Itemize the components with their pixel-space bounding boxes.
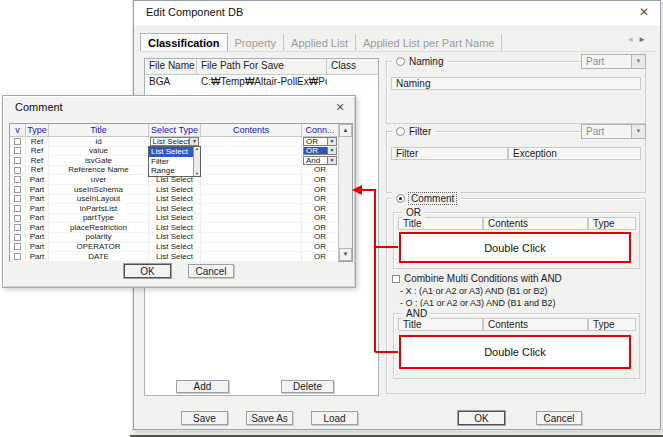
filter-scope-combo[interactable]: Part ▼ — [581, 124, 646, 139]
and-col-title[interactable]: Title — [398, 318, 483, 331]
or-col-type[interactable]: Type — [588, 217, 636, 230]
col-select-type[interactable]: Select Type — [149, 124, 201, 137]
save-button[interactable]: Save — [181, 411, 228, 425]
cancel-button[interactable]: Cancel — [536, 411, 582, 425]
dropdown-scroll-down-icon[interactable]: ▼ — [194, 172, 200, 176]
and-double-click-area[interactable]: Double Click — [399, 335, 631, 369]
naming-list-header[interactable]: Naming — [391, 77, 641, 90]
filter-list-header[interactable]: Filter — [391, 147, 508, 160]
or-double-click-area[interactable]: Double Click — [399, 232, 631, 263]
chevron-down-icon[interactable]: ▼ — [327, 157, 336, 164]
tab-scroll-left-icon[interactable]: ◄ — [626, 35, 638, 44]
tab-scroll-buttons: ◄► — [626, 35, 650, 44]
conn-combo[interactable]: OR▼ — [303, 137, 337, 146]
row-checkbox[interactable] — [14, 186, 21, 193]
row-checkbox[interactable] — [14, 138, 21, 145]
tab-applied-list-per-part-name[interactable]: Applied List per Part Name — [356, 34, 502, 51]
tab-applied-list[interactable]: Applied List — [284, 34, 356, 51]
file-table-row[interactable]: BGA C:₩Temp₩Altair-PollEx₩PollExDFM' — [145, 75, 378, 88]
chevron-down-icon[interactable]: ▼ — [631, 55, 645, 68]
dropdown-scrollbar[interactable]: ▲▼ — [193, 147, 200, 176]
tab-scroll-right-icon[interactable]: ► — [638, 35, 650, 44]
filter-radio[interactable] — [396, 127, 405, 136]
comment-cancel-button[interactable]: Cancel — [188, 264, 234, 278]
select-type-combo[interactable]: List Select▼ — [150, 137, 200, 146]
comment-radio[interactable] — [396, 194, 405, 203]
exception-list-header[interactable]: Exception — [508, 147, 641, 160]
row-conn-cell: OR — [302, 204, 338, 214]
comment-table-row[interactable]: PartDATEList SelectOR — [10, 252, 352, 262]
conn-combo[interactable]: OR▼ — [303, 147, 337, 156]
vertical-scrollbar[interactable]: ▲ ▼ — [338, 124, 352, 261]
row-checkbox[interactable] — [14, 234, 21, 241]
row-checkbox[interactable] — [14, 224, 21, 231]
scroll-up-icon[interactable]: ▲ — [339, 124, 352, 137]
row-checkbox[interactable] — [14, 205, 21, 212]
comment-ok-button[interactable]: OK — [124, 264, 171, 278]
comment-table-row[interactable]: PartuseInLayoutList SelectOR — [10, 195, 352, 205]
row-conn-cell: OR — [302, 185, 338, 195]
comment-table-row[interactable]: PartOPERATORList SelectOR — [10, 243, 352, 253]
row-checkbox[interactable] — [14, 195, 21, 202]
tab-strip: ClassificationPropertyApplied ListApplie… — [140, 31, 610, 51]
row-title-cell: useInSchema — [49, 185, 149, 195]
save-as-button[interactable]: Save As — [246, 411, 293, 425]
comment-table-row[interactable]: PartuseInSchemaList SelectOR — [10, 185, 352, 195]
dropdown-option[interactable]: Range — [149, 166, 193, 176]
combine-checkbox[interactable] — [392, 275, 400, 283]
row-title-cell: value — [49, 147, 149, 157]
scroll-down-icon[interactable]: ▼ — [339, 248, 352, 261]
row-contents-cell — [201, 214, 302, 224]
row-checkbox[interactable] — [14, 215, 21, 222]
close-icon[interactable]: ✕ — [332, 99, 348, 115]
chevron-down-icon[interactable]: ▼ — [327, 147, 336, 154]
row-checkbox[interactable] — [14, 167, 21, 174]
row-checkbox[interactable] — [14, 176, 21, 183]
and-col-type[interactable]: Type — [588, 318, 636, 331]
tab-underline — [140, 51, 656, 52]
add-button[interactable]: Add — [176, 380, 229, 393]
tab-classification[interactable]: Classification — [140, 33, 228, 51]
conn-combo[interactable]: And▼ — [303, 156, 337, 165]
naming-radio[interactable] — [396, 57, 405, 66]
comment-table-row[interactable]: PartinPartsListList SelectOR — [10, 204, 352, 214]
row-type-cell: Part — [26, 252, 49, 262]
delete-button[interactable]: Delete — [281, 380, 334, 393]
or-col-title[interactable]: Title — [398, 217, 483, 230]
dropdown-option[interactable]: Filter — [149, 157, 193, 167]
load-button[interactable]: Load — [311, 411, 358, 425]
filter-scope-value: Part — [582, 125, 631, 138]
ok-button[interactable]: OK — [458, 411, 505, 425]
comment-table-row[interactable]: PartplaceRestrictionList SelectOR — [10, 223, 352, 233]
row-type-cell: Ref — [26, 156, 49, 166]
row-checkbox[interactable] — [14, 243, 21, 250]
col-contents[interactable]: Contents — [201, 124, 302, 137]
row-checkbox[interactable] — [14, 253, 21, 260]
comment-table-row[interactable]: PartpartTypeList SelectOR — [10, 214, 352, 224]
col-conn[interactable]: Conn... — [302, 124, 338, 137]
row-checkbox[interactable] — [14, 147, 21, 154]
col-file-name[interactable]: File Name — [145, 59, 197, 74]
row-select-type-cell: List Select — [149, 223, 201, 233]
and-col-contents[interactable]: Contents — [483, 318, 588, 331]
naming-scope-combo[interactable]: Part ▼ — [581, 54, 646, 69]
tab-property[interactable]: Property — [228, 34, 285, 51]
chevron-down-icon[interactable]: ▼ — [631, 125, 645, 138]
col-type[interactable]: Type — [26, 124, 49, 137]
col-file-path[interactable]: File Path For Save — [197, 59, 327, 74]
row-checkbox[interactable] — [14, 157, 21, 164]
chevron-down-icon[interactable]: ▼ — [189, 138, 198, 145]
dropdown-scroll-up-icon[interactable]: ▲ — [194, 147, 200, 151]
col-title[interactable]: Title — [49, 124, 149, 137]
col-class[interactable]: Class — [327, 59, 378, 74]
comment-table-row[interactable]: PartpolarityList SelectOR — [10, 233, 352, 243]
close-icon[interactable]: ✕ — [636, 4, 652, 20]
col-check[interactable]: v — [10, 124, 26, 137]
or-col-contents[interactable]: Contents — [483, 217, 588, 230]
chevron-down-icon[interactable]: ▼ — [327, 138, 336, 145]
title-bar[interactable]: Edit Component DB ✕ — [134, 1, 660, 25]
comment-table-row[interactable]: PartuverList SelectOR — [10, 175, 352, 185]
row-select-type-cell: List Select — [149, 252, 201, 262]
dropdown-option[interactable]: List Select — [149, 147, 193, 157]
row-title-cell: OPERATOR — [49, 243, 149, 253]
